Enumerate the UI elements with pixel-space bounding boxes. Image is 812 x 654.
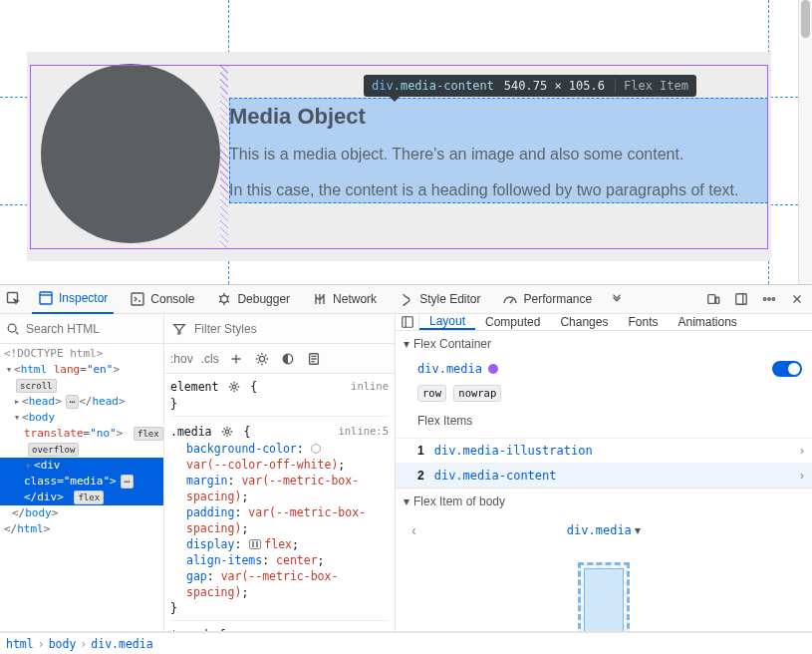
layout-tab-changes[interactable]: Changes [550, 314, 618, 330]
inspect-picker-icon[interactable] [6, 291, 22, 307]
tabs-overflow-icon[interactable] [608, 290, 626, 308]
svg-point-8 [768, 298, 770, 300]
layout-panel: Layout Computed Changes Fonts Animations… [395, 314, 812, 631]
style-editor-icon [399, 291, 414, 307]
svg-point-10 [8, 324, 16, 332]
rule-media: .media {inline:5 background-color: var(-… [170, 423, 389, 621]
media-paragraph-1: This is a media object. There's an image… [229, 144, 768, 165]
chevron-right-icon: › [800, 444, 804, 458]
search-html-input[interactable] [26, 322, 163, 336]
performance-icon [502, 291, 518, 307]
new-rule-icon[interactable] [227, 350, 245, 368]
svg-point-15 [226, 430, 230, 434]
svg-rect-1 [40, 292, 52, 304]
tab-console[interactable]: Console [124, 284, 200, 314]
tab-inspector[interactable]: Inspector [32, 284, 114, 314]
light-scheme-icon[interactable] [253, 350, 271, 368]
flex-item-2[interactable]: 2div.media-content› [396, 463, 812, 488]
rules-list[interactable]: element {inline } .media {inline:5 backg… [164, 374, 395, 631]
svg-point-7 [763, 298, 765, 300]
doctype-row: <!DOCTYPE html> [0, 346, 163, 362]
print-media-icon[interactable] [305, 350, 323, 368]
svg-point-11 [259, 356, 264, 361]
tab-style-editor[interactable]: Style Editor [393, 284, 486, 314]
layout-tab-layout[interactable]: Layout [419, 314, 475, 330]
rules-toolbar [164, 314, 395, 344]
gear-icon[interactable] [225, 378, 243, 396]
rules-panel: :hov .cls element {inline } .media {inli… [163, 314, 395, 631]
filter-icon [170, 320, 188, 338]
responsive-mode-icon[interactable] [704, 290, 722, 308]
caret-down-icon[interactable]: ▾ [404, 337, 409, 351]
svg-rect-6 [736, 294, 747, 305]
media-image-circle [41, 64, 220, 243]
svg-rect-16 [402, 317, 412, 328]
flex-item-diagram [396, 546, 812, 631]
page-preview: Media Object This is a media object. The… [0, 0, 812, 284]
sidebar-toggle-icon[interactable] [396, 314, 419, 330]
rules-subtoolbar: :hov .cls [164, 344, 395, 374]
container-selector[interactable]: div.media [417, 362, 482, 376]
caret-down-icon[interactable]: ▾ [404, 494, 409, 508]
console-icon [130, 291, 145, 307]
search-icon [6, 320, 20, 338]
pseudo-hov[interactable]: :hov [170, 352, 193, 366]
layout-tab-animations[interactable]: Animations [668, 314, 746, 330]
debugger-icon [216, 291, 232, 307]
dark-scheme-icon[interactable] [279, 350, 297, 368]
tab-network[interactable]: Network [306, 284, 383, 314]
rule-element: element {inline } [170, 378, 389, 417]
overlay-toggle[interactable] [772, 361, 802, 377]
layout-tab-computed[interactable]: Computed [475, 314, 550, 330]
flex-items-header: Flex Items [417, 414, 802, 428]
layout-tabs: Layout Computed Changes Fonts Animations [396, 314, 812, 331]
chip-row: row [417, 385, 446, 402]
breadcrumb[interactable]: html› body› div.media [0, 632, 812, 654]
svg-rect-5 [716, 297, 719, 303]
markup-search-bar [0, 314, 163, 344]
svg-rect-4 [708, 295, 715, 304]
tab-debugger[interactable]: Debugger [210, 284, 296, 314]
media-paragraph-2: In this case, the content is a heading f… [229, 179, 768, 201]
color-swatch[interactable] [488, 364, 498, 374]
markup-panel: <!DOCTYPE html> ▾<html lang="en"> scroll… [0, 314, 163, 631]
chevron-right-icon: › [800, 469, 804, 483]
dom-tree[interactable]: <!DOCTYPE html> ▾<html lang="en"> scroll… [0, 344, 163, 631]
svg-rect-2 [132, 293, 143, 305]
svg-point-14 [233, 385, 237, 389]
rule-reset: *, ::before, ::afterreset.min.css:1 { bo… [170, 627, 389, 631]
inspect-tooltip: div.media-content 540.75 × 105.6 Flex It… [364, 75, 696, 97]
devtools-toolbar: Inspector Console Debugger Network Style… [0, 284, 812, 314]
gear-icon[interactable] [218, 423, 236, 441]
svg-point-3 [221, 296, 228, 303]
network-icon [312, 291, 328, 307]
preview-scrollbar[interactable] [798, 0, 812, 284]
more-icon[interactable] [760, 290, 778, 308]
devtools-body: <!DOCTYPE html> ▾<html lang="en"> scroll… [0, 314, 812, 632]
flex-item-1[interactable]: 1div.media-illustration› [396, 438, 812, 463]
chip-nowrap: nowrap [453, 385, 501, 402]
flex-item-of-body-section: ▾Flex Item of body ‹ div.media ▾ › [396, 489, 812, 631]
flex-container-section: ▾Flex Container div.media row nowrap Fle… [396, 331, 812, 489]
layout-tab-fonts[interactable]: Fonts [618, 314, 668, 330]
media-content-text: Media Object This is a media object. The… [229, 104, 768, 214]
svg-point-9 [772, 298, 774, 300]
dock-side-icon[interactable] [732, 290, 750, 308]
tab-performance[interactable]: Performance [496, 284, 598, 314]
close-devtools-icon[interactable] [788, 290, 806, 308]
flex-gap-hatch [220, 65, 228, 249]
media-heading: Media Object [229, 104, 768, 130]
inspector-icon [38, 290, 54, 306]
filter-styles-input[interactable] [194, 322, 389, 336]
selected-node: ▸<div [0, 458, 163, 474]
pseudo-cls[interactable]: .cls [201, 352, 219, 366]
